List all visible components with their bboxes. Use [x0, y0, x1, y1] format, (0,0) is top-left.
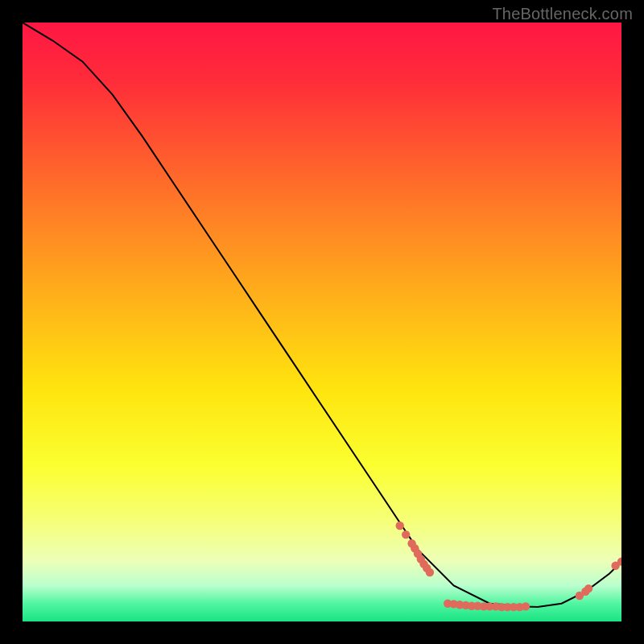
highlight-point: [402, 530, 410, 539]
bottleneck-chart: [23, 23, 621, 621]
highlight-point: [522, 602, 530, 610]
highlight-point: [396, 522, 404, 530]
chart-frame: TheBottleneck.com: [0, 0, 644, 644]
highlight-point: [584, 584, 592, 592]
gradient-background: [23, 23, 621, 621]
watermark-label: TheBottleneck.com: [492, 5, 633, 23]
highlight-point: [426, 568, 434, 576]
